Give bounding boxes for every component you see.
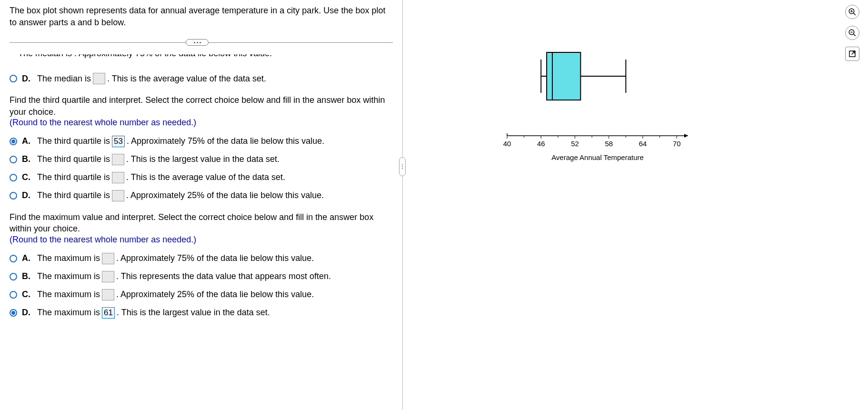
svg-text:52: 52 (571, 140, 579, 148)
question-pane: The box plot shown represents data for a… (0, 0, 402, 410)
choice-letter: A. (22, 253, 32, 263)
max-choice-B: B.The maximum is . This represents the d… (10, 268, 393, 286)
text-after: . This is the largest value in the data … (126, 154, 279, 164)
answer-input[interactable] (93, 73, 105, 84)
text-after: . Approximately 75% of the data lie belo… (127, 136, 324, 146)
svg-text:64: 64 (639, 140, 647, 148)
max-hint: (Round to the nearest whole number as ne… (10, 235, 390, 245)
choice-text: The third quartile is 53. Approximately … (37, 136, 324, 147)
choice-text: The maximum is . Approximately 75% of th… (37, 253, 314, 264)
figure-tools (845, 5, 859, 61)
text-before: The median is (37, 74, 91, 84)
zoom-out-button[interactable] (845, 26, 859, 40)
answer-input[interactable] (102, 289, 114, 300)
popout-icon (848, 50, 857, 58)
text-after: . This is the largest value in the data … (117, 308, 270, 318)
max-choice-D: D.The maximum is 61. This is the largest… (10, 304, 393, 322)
text-before: The third quartile is (37, 190, 110, 200)
choice-text: The maximum is 61. This is the largest v… (37, 307, 270, 319)
svg-line-5 (853, 34, 856, 36)
svg-text:46: 46 (537, 140, 545, 148)
q3-choices: A.The third quartile is 53. Approximatel… (10, 132, 393, 205)
radio-button[interactable] (10, 255, 17, 262)
boxplot-svg: 404652586470 (502, 43, 693, 152)
text-before: The maximum is (37, 308, 100, 318)
radio-button[interactable] (10, 138, 17, 145)
svg-line-1 (853, 13, 856, 15)
answer-input[interactable] (112, 154, 124, 165)
max-block: Find the maximum value and interpret. Se… (10, 211, 390, 245)
max-choice-C: C.The maximum is . Approximately 25% of … (10, 286, 393, 304)
radio-button[interactable] (10, 156, 17, 163)
answer-input[interactable] (102, 271, 114, 282)
choice-letter: B. (22, 154, 32, 164)
radio-prev-d[interactable] (10, 75, 17, 82)
answer-input[interactable] (112, 190, 124, 201)
max-choice-A: A.The maximum is . Approximately 75% of … (10, 250, 393, 268)
svg-text:58: 58 (605, 140, 613, 148)
page: The box plot shown represents data for a… (0, 0, 868, 410)
svg-text:40: 40 (503, 140, 511, 148)
choice-text: The maximum is . Approximately 25% of th… (37, 289, 314, 300)
text-after: . Approximately 75% of the data lie belo… (116, 253, 314, 263)
choice-letter: D. (22, 74, 32, 84)
x-axis-label: Average Annual Temperature (502, 153, 693, 161)
text-after: . Approximately 25% of the data lie belo… (126, 190, 324, 200)
pane-resize-handle[interactable] (399, 157, 406, 176)
max-prompt: Find the maximum value and interpret. Se… (10, 211, 390, 235)
radio-button[interactable] (10, 291, 17, 299)
text-before: The maximum is (37, 290, 100, 300)
text-after: . This is the average value of the data … (126, 172, 285, 182)
answer-input[interactable]: 53 (112, 136, 125, 147)
zoom-out-icon (848, 29, 857, 37)
figure-pane: 404652586470 Average Annual Temperature (402, 0, 868, 410)
q3-block: Find the third quartile and interpret. S… (10, 94, 390, 128)
boxplot-chart: 404652586470 Average Annual Temperature (502, 43, 693, 161)
choice-letter: C. (22, 172, 32, 182)
text-before: The maximum is (37, 253, 100, 263)
svg-rect-33 (547, 52, 580, 100)
zoom-in-button[interactable] (845, 5, 859, 19)
text-after: . Approximately 25% of the data lie belo… (116, 290, 314, 300)
cutoff-row: The median is . Approximately 75% of the… (10, 54, 393, 65)
q3-choice-C: C.The third quartile is . This is the av… (10, 169, 393, 187)
q3-choice-D: D.The third quartile is . Approximately … (10, 187, 393, 205)
expand-button[interactable] (186, 39, 209, 46)
choice-letter: D. (22, 190, 32, 200)
intro-text: The box plot shown represents data for a… (10, 5, 386, 29)
choice-text: The third quartile is . This is the larg… (37, 154, 279, 165)
zoom-in-icon (848, 8, 857, 16)
choice-letter: B. (22, 271, 32, 281)
svg-marker-10 (684, 134, 688, 138)
prev-choice-d: D. The median is . This is the average v… (10, 70, 393, 88)
radio-button[interactable] (10, 174, 17, 181)
answer-input[interactable] (112, 172, 124, 183)
q3-choice-A: A.The third quartile is 53. Approximatel… (10, 132, 393, 150)
text-before: The third quartile is (37, 136, 110, 146)
max-choices: A.The maximum is . Approximately 75% of … (10, 250, 393, 322)
choice-text: The third quartile is . Approximately 25… (37, 190, 324, 201)
text-after: . This is the average value of the data … (107, 74, 266, 84)
choice-text: The median is . This is the average valu… (37, 73, 266, 84)
popout-button[interactable] (845, 47, 859, 61)
prev-choice-group: D. The median is . This is the average v… (10, 70, 393, 88)
radio-button[interactable] (10, 192, 17, 200)
choice-text: The third quartile is . This is the aver… (37, 172, 285, 183)
text-before: The third quartile is (37, 154, 110, 164)
answer-input[interactable] (102, 253, 114, 264)
svg-text:70: 70 (673, 140, 681, 148)
answer-input[interactable]: 61 (102, 307, 115, 319)
q3-hint: (Round to the nearest whole number as ne… (10, 118, 390, 128)
text-before: The third quartile is (37, 172, 110, 182)
choice-text: The maximum is . This represents the dat… (37, 271, 331, 282)
q3-prompt: Find the third quartile and interpret. S… (10, 94, 390, 118)
choice-letter: C. (22, 290, 32, 300)
section-divider (10, 39, 393, 46)
radio-button[interactable] (10, 309, 17, 317)
text-before: The maximum is (37, 271, 100, 281)
choice-letter: D. (22, 308, 32, 318)
svg-line-8 (852, 52, 855, 55)
cutoff-text: The median is . Approximately 75% of the… (18, 54, 272, 59)
radio-button[interactable] (10, 273, 17, 280)
choice-letter: A. (22, 136, 32, 146)
